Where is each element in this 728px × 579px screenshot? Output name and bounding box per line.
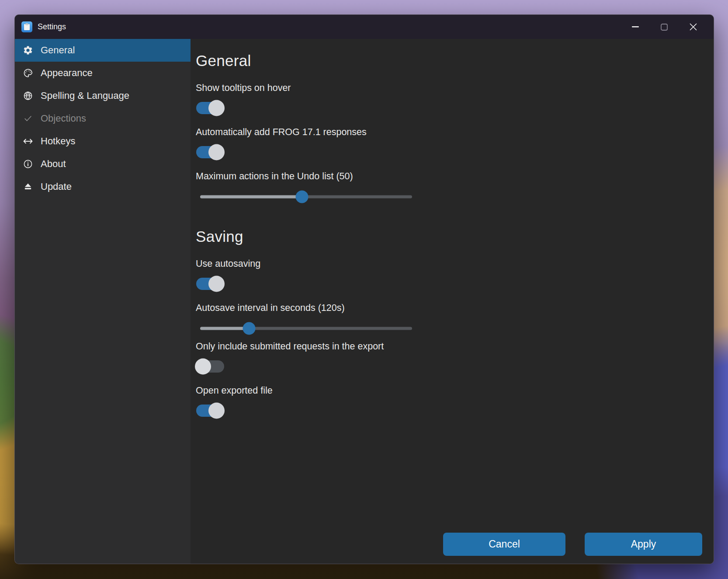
close-icon xyxy=(690,23,697,31)
setting-label: Use autosaving xyxy=(196,258,714,269)
slider-thumb[interactable] xyxy=(243,322,255,335)
setting-open-exported: Open exported file xyxy=(196,385,714,417)
gear-icon xyxy=(22,45,34,56)
toggle-knob xyxy=(208,276,225,292)
sidebar-item-label: Spelling & Language xyxy=(41,90,129,101)
setting-label: Autosave interval in seconds (120s) xyxy=(196,303,714,314)
setting-label: Show tooltips on hover xyxy=(196,83,714,94)
open-exported-toggle[interactable] xyxy=(196,405,224,417)
sidebar-item-about[interactable]: About xyxy=(15,153,191,175)
cancel-button[interactable]: Cancel xyxy=(443,533,565,556)
info-icon xyxy=(22,158,34,170)
eject-icon xyxy=(22,181,34,192)
toggle-knob xyxy=(195,359,211,375)
titlebar: Settings xyxy=(15,15,714,39)
app-icon xyxy=(21,21,32,32)
sidebar-item-spelling-language[interactable]: Spelling & Language xyxy=(15,84,191,107)
setting-show-tooltips: Show tooltips on hover xyxy=(196,83,714,114)
minimize-button[interactable] xyxy=(621,15,650,39)
setting-label: Only include submitted requests in the e… xyxy=(196,341,714,352)
setting-label: Open exported file xyxy=(196,385,714,396)
slider-fill xyxy=(200,327,249,330)
maximize-button[interactable] xyxy=(650,15,679,39)
submitted-only-toggle[interactable] xyxy=(196,360,224,373)
frog-responses-toggle[interactable] xyxy=(196,146,224,158)
sidebar-item-label: Hotkeys xyxy=(41,136,75,147)
autosave-interval-slider[interactable] xyxy=(200,322,412,335)
sidebar: General Appearance Spelling & Language O… xyxy=(15,39,191,564)
settings-content: General Show tooltips on hover Automatic… xyxy=(191,39,714,564)
globe-icon xyxy=(22,90,34,101)
left-right-arrow-icon xyxy=(22,136,34,147)
clipboard-icon xyxy=(24,23,30,31)
section-heading-general: General xyxy=(196,52,714,70)
use-autosaving-toggle[interactable] xyxy=(196,278,224,290)
apply-button[interactable]: Apply xyxy=(585,533,702,556)
toggle-knob xyxy=(208,144,225,160)
setting-undo-list: Maximum actions in the Undo list (50) xyxy=(196,171,714,203)
sidebar-item-objections: Objections xyxy=(15,107,191,130)
settings-window: Settings General xyxy=(14,14,714,564)
toggle-knob xyxy=(208,100,225,116)
sidebar-item-label: Update xyxy=(41,181,72,192)
sidebar-item-update[interactable]: Update xyxy=(15,175,191,198)
maximize-icon xyxy=(661,24,668,31)
sidebar-item-hotkeys[interactable]: Hotkeys xyxy=(15,130,191,153)
section-heading-saving: Saving xyxy=(196,228,714,245)
show-tooltips-toggle[interactable] xyxy=(196,102,224,114)
window-title: Settings xyxy=(38,22,66,31)
checkmark-icon xyxy=(22,113,34,124)
toggle-knob xyxy=(208,403,225,419)
undo-list-slider[interactable] xyxy=(200,190,412,203)
sidebar-item-label: General xyxy=(41,45,75,56)
sidebar-item-appearance[interactable]: Appearance xyxy=(15,62,191,84)
setting-label: Automatically add FROG 17.1 responses xyxy=(196,127,714,138)
slider-thumb[interactable] xyxy=(295,191,308,203)
setting-frog-responses: Automatically add FROG 17.1 responses xyxy=(196,127,714,158)
sidebar-item-label: Objections xyxy=(41,113,86,124)
footer-buttons: Cancel Apply xyxy=(443,533,702,556)
setting-submitted-only: Only include submitted requests in the e… xyxy=(196,341,714,373)
setting-autosave-interval: Autosave interval in seconds (120s) xyxy=(196,303,714,335)
palette-icon xyxy=(22,67,34,79)
minimize-icon xyxy=(632,26,639,28)
setting-use-autosaving: Use autosaving xyxy=(196,258,714,290)
setting-label: Maximum actions in the Undo list (50) xyxy=(196,171,714,182)
sidebar-item-general[interactable]: General xyxy=(15,39,191,62)
close-button[interactable] xyxy=(679,15,707,39)
slider-fill xyxy=(200,195,302,199)
sidebar-item-label: Appearance xyxy=(41,67,93,79)
sidebar-item-label: About xyxy=(41,158,66,170)
